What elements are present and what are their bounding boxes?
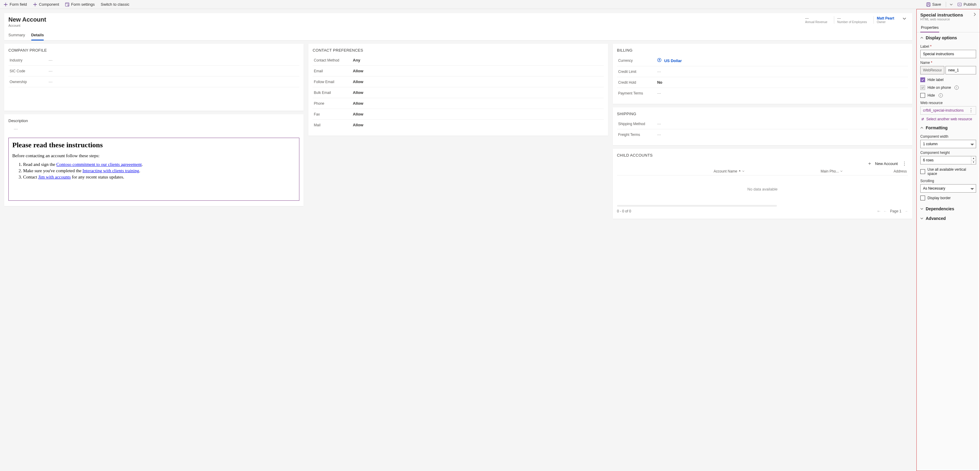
- section-display-options[interactable]: Display options: [917, 32, 980, 42]
- header-revenue-label: Annual Revenue: [805, 21, 827, 24]
- component-height-label: Component height: [920, 151, 976, 155]
- field-bulk-email[interactable]: Bulk Email Allow: [313, 87, 603, 98]
- more-commands-button[interactable]: ⋮: [901, 161, 908, 167]
- label-input[interactable]: [920, 50, 976, 58]
- publish-button[interactable]: Publish: [955, 1, 979, 8]
- prop-tab-properties[interactable]: Properties: [920, 24, 939, 32]
- height-stepper-up[interactable]: ▲: [971, 156, 976, 161]
- label-field-label: Label: [920, 45, 976, 49]
- switch-to-classic-button[interactable]: Switch to classic: [99, 1, 132, 8]
- save-dropdown[interactable]: [948, 1, 954, 8]
- clients-training-link[interactable]: Interacting with clients training: [83, 168, 139, 173]
- form-settings-icon: [65, 2, 69, 6]
- add-form-field-button[interactable]: Form field: [1, 1, 29, 8]
- instruction-item: Make sure you've completed the Interacti…: [23, 168, 296, 174]
- section-title: CHILD ACCOUNTS: [617, 153, 908, 158]
- section-shipping[interactable]: SHIPPING Shipping Method --- Freight Ter…: [613, 107, 912, 145]
- contoso-agreement-link[interactable]: Contoso commitment to our clients agreee…: [56, 162, 142, 167]
- name-prefix-input: [920, 66, 944, 75]
- field-phone[interactable]: Phone Allow: [313, 98, 603, 109]
- pager-next-button[interactable]: →: [904, 209, 908, 213]
- use-vertical-space-checkbox[interactable]: [920, 169, 925, 174]
- chevron-down-icon: [920, 207, 923, 210]
- column-account-name[interactable]: Account Name: [618, 169, 750, 173]
- jim-accounts-link[interactable]: Jim with accounts: [38, 175, 70, 180]
- header-fields-dropdown[interactable]: [901, 16, 908, 22]
- svg-rect-4: [927, 5, 930, 6]
- field-sic-code[interactable]: SIC Code ---: [8, 66, 299, 76]
- save-button[interactable]: Save: [924, 1, 944, 8]
- chevron-up-icon: [920, 36, 923, 39]
- horizontal-scrollbar[interactable]: [617, 205, 777, 207]
- info-icon[interactable]: i: [939, 93, 943, 97]
- field-currency[interactable]: Currency US Dollar: [617, 55, 908, 66]
- instruction-item: Contact Jim with accounts for any recent…: [23, 174, 296, 180]
- hide-checkbox[interactable]: [920, 93, 925, 98]
- section-dependencies[interactable]: Dependencies: [917, 204, 980, 213]
- section-advanced[interactable]: Advanced: [917, 213, 980, 221]
- tab-summary[interactable]: Summary: [8, 30, 25, 40]
- header-owner-value[interactable]: Matt Peart: [877, 16, 894, 21]
- record-count: 0 - 0 of 0: [617, 209, 631, 213]
- svg-rect-3: [928, 3, 929, 4]
- web-resource-reference[interactable]: crfb6_special-instructions ⋮: [920, 106, 976, 115]
- field-industry[interactable]: Industry ---: [8, 55, 299, 66]
- display-border-checkbox[interactable]: [920, 196, 925, 200]
- more-icon[interactable]: ⋮: [969, 109, 974, 112]
- section-title: Description: [8, 118, 299, 123]
- field-fax[interactable]: Fax Allow: [313, 109, 603, 120]
- entity-name: Account: [8, 24, 802, 27]
- height-stepper-down[interactable]: ▼: [971, 161, 976, 164]
- component-height-input[interactable]: [920, 156, 976, 164]
- select-another-web-resource[interactable]: Select another web resource: [920, 115, 976, 123]
- section-company-profile[interactable]: COMPANY PROFILE Industry --- SIC Code --…: [4, 44, 304, 111]
- publish-icon: [958, 2, 962, 6]
- scrolling-label: Scrolling: [920, 179, 976, 183]
- component-width-select[interactable]: 1 column: [920, 140, 976, 148]
- web-resource-special-instructions[interactable]: Please read these instructions Before co…: [8, 138, 299, 201]
- pager-first-button[interactable]: ⇤: [877, 209, 880, 213]
- field-ownership[interactable]: Ownership ---: [8, 76, 299, 87]
- scrolling-select[interactable]: As Necessary: [920, 184, 976, 193]
- instruction-item: Read and sign the Contoso commitment to …: [23, 161, 296, 168]
- column-address[interactable]: Address: [848, 169, 907, 173]
- collapse-pane-button[interactable]: [973, 13, 976, 17]
- form-settings-button[interactable]: Form settings: [63, 1, 97, 8]
- field-follow-email[interactable]: Follow Email Allow: [313, 76, 603, 87]
- field-credit-limit[interactable]: Credit Limit ---: [617, 66, 908, 77]
- sort-asc-icon: [738, 170, 741, 173]
- field-contact-method[interactable]: Contact Method Any: [313, 55, 603, 66]
- field-credit-hold[interactable]: Credit Hold No: [617, 77, 908, 88]
- form-canvas: New Account Account --- Annual Revenue -…: [0, 9, 916, 471]
- section-description[interactable]: Description --- Please read these instru…: [4, 114, 304, 206]
- section-title: COMPANY PROFILE: [8, 48, 299, 53]
- header-owner-label: Owner: [877, 21, 894, 24]
- chevron-down-icon: [903, 17, 906, 21]
- field-email[interactable]: Email Allow: [313, 66, 603, 76]
- instructions-heading: Please read these instructions: [12, 141, 296, 149]
- section-child-accounts[interactable]: CHILD ACCOUNTS ＋ New Account ⋮ Account N…: [613, 149, 912, 219]
- chevron-down-icon: [920, 217, 923, 220]
- section-contact-preferences[interactable]: CONTACT PREFERENCES Contact Method Any E…: [309, 44, 608, 135]
- hide-label-checkbox[interactable]: [920, 77, 925, 82]
- section-billing[interactable]: BILLING Currency US Dollar Credit Limit …: [613, 44, 912, 104]
- section-formatting[interactable]: Formatting: [917, 123, 980, 132]
- new-account-button[interactable]: New Account: [875, 161, 898, 166]
- field-freight-terms[interactable]: Freight Terms ---: [617, 129, 908, 140]
- header-revenue-value: ---: [805, 16, 827, 21]
- field-shipping-method[interactable]: Shipping Method ---: [617, 118, 908, 129]
- plus-icon: ＋: [867, 161, 872, 167]
- field-mail[interactable]: Mail Allow: [313, 120, 603, 130]
- column-main-phone[interactable]: Main Pho...: [750, 169, 848, 173]
- form-header: New Account Account --- Annual Revenue -…: [4, 13, 912, 40]
- name-input[interactable]: [945, 66, 976, 75]
- info-icon[interactable]: i: [955, 86, 959, 90]
- field-description-value[interactable]: ---: [8, 126, 299, 135]
- add-component-button[interactable]: Component: [30, 1, 62, 8]
- form-title: New Account: [8, 16, 802, 23]
- header-employees-value: ---: [837, 16, 867, 21]
- pager-prev-button[interactable]: ←: [883, 209, 887, 213]
- field-payment-terms[interactable]: Payment Terms ---: [617, 88, 908, 99]
- section-title: CONTACT PREFERENCES: [313, 48, 603, 53]
- tab-details[interactable]: Details: [31, 30, 44, 40]
